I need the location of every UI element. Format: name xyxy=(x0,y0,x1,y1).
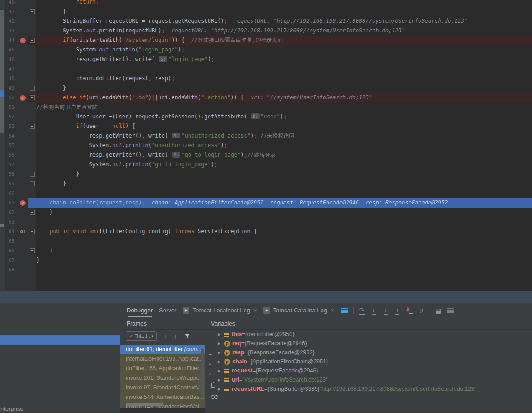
code-line[interactable]: 43 System.out.println(requestURL); reque… xyxy=(5,26,532,36)
line-number[interactable]: 40 xyxy=(5,0,17,7)
fold-column[interactable] xyxy=(28,169,36,179)
line-number[interactable]: 50 xyxy=(5,93,17,102)
gutter-icon-cell[interactable] xyxy=(17,0,28,7)
fold-marker[interactable] xyxy=(30,38,35,43)
line-number[interactable]: 56 xyxy=(5,150,17,160)
fold-column[interactable] xyxy=(28,189,36,198)
line-number[interactable]: 65 xyxy=(5,236,17,246)
fold-column[interactable] xyxy=(28,0,36,7)
variable-row[interactable]: ▶presp = {ResponseFacade@2952} xyxy=(215,348,532,357)
gutter-icon-cell[interactable] xyxy=(17,255,28,265)
gutter-icon-cell[interactable] xyxy=(17,179,28,189)
variable-row[interactable]: ▶preq = {RequestFacade@2946} xyxy=(215,339,532,348)
fold-column[interactable] xyxy=(28,179,36,189)
code-line[interactable]: 57 System.out.println("go to login_page"… xyxy=(5,160,532,169)
code-line[interactable]: 40 return; xyxy=(5,0,532,7)
gutter-icon-cell[interactable]: ✓ xyxy=(17,93,28,102)
fold-column[interactable] xyxy=(28,16,36,26)
line-number[interactable]: 51 xyxy=(5,102,17,112)
threads-view-icon[interactable] xyxy=(341,308,349,313)
gutter-icon-cell[interactable]: ✓ xyxy=(17,198,28,208)
line-number[interactable]: 52 xyxy=(5,112,17,122)
gutter-icon-cell[interactable] xyxy=(17,208,28,217)
fold-column[interactable] xyxy=(28,26,36,36)
fold-column[interactable] xyxy=(28,246,36,255)
code-line[interactable]: 58 } xyxy=(5,169,532,179)
fold-marker[interactable] xyxy=(30,181,35,186)
gutter-icon-cell[interactable] xyxy=(17,55,28,64)
code-line[interactable]: 53 if(user == null) { xyxy=(5,122,532,131)
gutter-icon-cell[interactable] xyxy=(17,160,28,169)
gutter-icon-cell[interactable] xyxy=(17,74,28,83)
fold-column[interactable] xyxy=(28,217,36,227)
fold-marker[interactable] xyxy=(30,210,35,215)
expand-arrow-icon[interactable]: ▶ xyxy=(218,342,224,346)
close-icon[interactable]: × xyxy=(331,307,334,314)
code-line[interactable]: 46 resp.getWriter(). write( s:"login_pag… xyxy=(5,55,532,64)
move-watch-down-icon[interactable]: ▼ xyxy=(205,372,215,377)
line-number[interactable]: 67 xyxy=(5,255,17,265)
code-line[interactable]: 59 } xyxy=(5,179,532,189)
expand-arrow-icon[interactable]: ▶ xyxy=(218,378,224,382)
variable-row[interactable]: ▶uri = "//system/UserInfoSearch.do;123" xyxy=(215,375,532,384)
fold-column[interactable] xyxy=(28,64,36,74)
code-line[interactable]: 51//检测当前用户是否登陆 xyxy=(5,102,532,112)
variable-row[interactable]: ▶request = {RequestFacade@2946} xyxy=(215,366,532,375)
gutter-icon-cell[interactable] xyxy=(17,150,28,160)
breakpoint-icon[interactable]: ✓ xyxy=(20,95,26,101)
gutter-icon-cell[interactable] xyxy=(17,7,28,16)
line-number[interactable]: 48 xyxy=(5,74,17,83)
fold-marker[interactable] xyxy=(30,248,35,253)
variable-row[interactable]: ▶this = {demoFilter@2950} xyxy=(215,330,532,339)
left-tool-panel[interactable]: nterprise xyxy=(0,303,120,413)
frame-row[interactable]: doFilter:61, demoFilter (com... xyxy=(120,345,205,354)
fold-column[interactable] xyxy=(28,160,36,169)
drop-frame-icon[interactable]: ✗ xyxy=(405,307,414,314)
code-line[interactable]: 49 } xyxy=(5,83,532,93)
gutter-icon-cell[interactable] xyxy=(17,83,28,93)
line-number[interactable]: 57 xyxy=(5,160,17,169)
gutter-icon-cell[interactable] xyxy=(17,265,28,275)
frames-vertical-scrollbar[interactable] xyxy=(201,349,204,398)
gutter-icon-cell[interactable] xyxy=(17,189,28,198)
frame-row[interactable]: internalDoFilter:193, Applicat... xyxy=(120,354,205,364)
move-watch-up-icon[interactable]: ▲ xyxy=(205,362,215,366)
line-number[interactable]: 45 xyxy=(5,45,17,55)
thread-dropdown[interactable]: ✔ "ht...l... ▾ xyxy=(126,331,157,341)
code-line[interactable]: 61✓ chain.doFilter(request,resp); chain:… xyxy=(5,198,532,208)
frame-row[interactable]: invoke:544, AuthenticatorBas... xyxy=(120,393,205,402)
fold-column[interactable] xyxy=(28,208,36,217)
fold-column[interactable] xyxy=(28,83,36,93)
fold-marker[interactable] xyxy=(30,124,35,129)
fold-column[interactable] xyxy=(28,150,36,160)
layout-settings-icon[interactable] xyxy=(446,308,455,313)
code-line[interactable]: 52 User user =(User) request.getSession(… xyxy=(5,112,532,122)
code-line[interactable]: 54 resp.getWriter(). write( s:"unauthori… xyxy=(5,131,532,141)
gutter-icon-cell[interactable] xyxy=(17,112,28,122)
breakpoint-icon[interactable]: ✓ xyxy=(20,38,26,43)
code-line[interactable]: 41 } xyxy=(5,7,532,16)
code-line[interactable]: 47 xyxy=(5,64,532,74)
code-line[interactable]: 56 resp.getWriter(). write( s:"go to log… xyxy=(5,150,532,160)
line-number[interactable]: 54 xyxy=(5,131,17,141)
fold-marker[interactable] xyxy=(30,9,35,14)
code-editor[interactable]: 40 return;41 }42 StringBuffer requestURL… xyxy=(0,0,532,291)
variable-row[interactable]: ▶pchain = {ApplicationFilterChain@2951} xyxy=(215,357,532,366)
gutter-icon-cell[interactable] xyxy=(17,102,28,112)
step-out-icon[interactable]: ↑ xyxy=(394,306,402,315)
gutter-icon-cell[interactable] xyxy=(17,16,28,26)
variable-row[interactable]: ▶requestURL = {StringBuffer@3389} "http:… xyxy=(215,384,532,393)
expand-arrow-icon[interactable]: ▶ xyxy=(218,351,224,355)
line-number[interactable]: 44 xyxy=(5,36,17,45)
line-number[interactable]: 68 xyxy=(5,265,17,275)
remove-watch-icon[interactable]: − xyxy=(205,351,215,358)
line-number[interactable]: 43 xyxy=(5,26,17,36)
line-number[interactable]: 66 xyxy=(5,246,17,255)
tab-debugger[interactable]: Debugger xyxy=(127,303,153,317)
line-number[interactable]: 64 xyxy=(5,227,17,236)
fold-marker[interactable] xyxy=(30,172,35,177)
fold-column[interactable] xyxy=(28,36,36,45)
code-line[interactable]: 60 xyxy=(5,189,532,198)
run-to-cursor-icon[interactable]: ↓I xyxy=(417,307,425,314)
gutter-icon-cell[interactable] xyxy=(17,131,28,141)
